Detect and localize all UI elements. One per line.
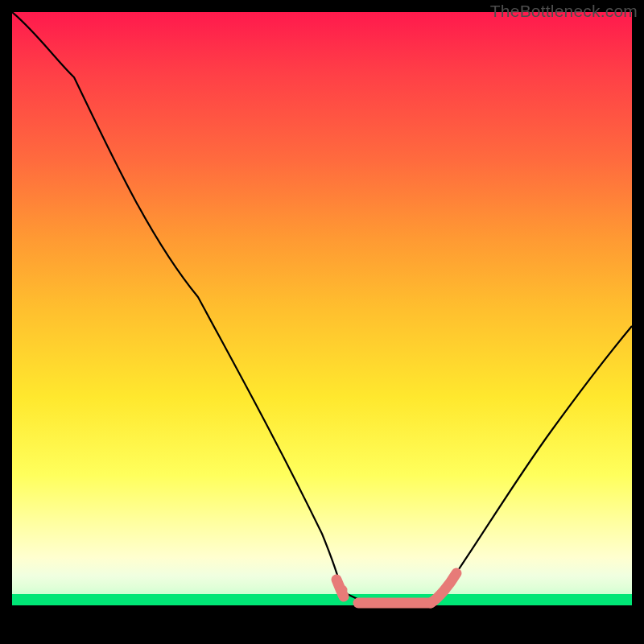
watermark-text: TheBottleneck.com <box>490 2 638 21</box>
chart-frame <box>12 12 632 632</box>
green-bottom-strip <box>12 594 632 605</box>
gradient-background <box>12 12 632 605</box>
